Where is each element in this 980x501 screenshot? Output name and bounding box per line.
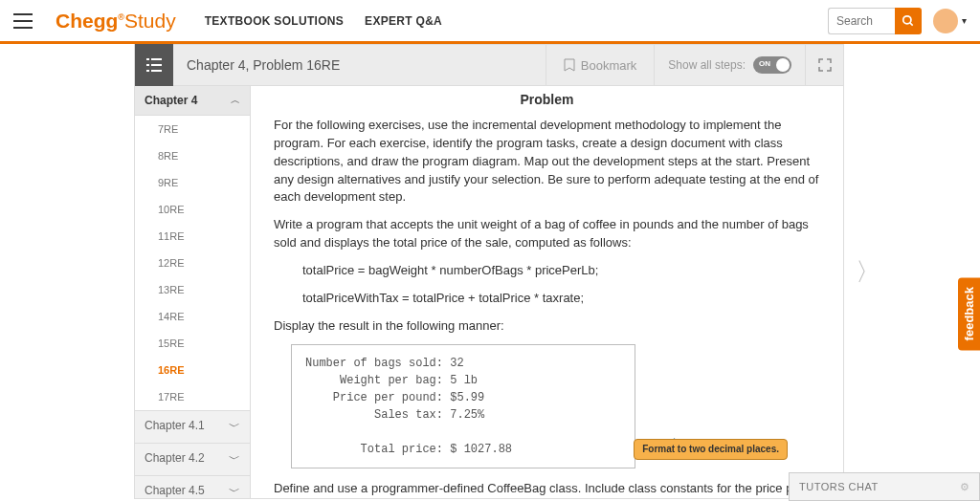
tutors-chat-label: TUTORS CHAT: [799, 481, 879, 492]
bookmark-button[interactable]: Bookmark: [546, 45, 655, 85]
output-line: Sales tax: 7.25%: [305, 406, 621, 424]
problem-item[interactable]: 12RE: [135, 250, 250, 276]
toc-toggle-button[interactable]: [135, 44, 173, 86]
problem-heading: Problem: [251, 86, 843, 117]
steps-label: Show all steps:: [668, 58, 746, 72]
logo-study: Study: [124, 10, 176, 32]
problem-item[interactable]: 10RE: [135, 196, 250, 223]
nav-textbook-solutions[interactable]: TEXTBOOK SOLUTIONS: [205, 14, 344, 28]
subchapter-item[interactable]: Chapter 4.5﹀: [135, 475, 250, 499]
problem-pane: Problem For the following exercises, use…: [251, 86, 844, 499]
problem-item[interactable]: 17RE: [135, 383, 250, 410]
search-button[interactable]: [895, 8, 922, 34]
problem-item[interactable]: 13RE: [135, 276, 250, 303]
formula-2: totalPriceWithTax = totalPrice + totalPr…: [274, 290, 820, 308]
output-line: Price per pound: $5.99: [305, 389, 621, 406]
chapter-header[interactable]: Chapter 4 ︿: [135, 86, 250, 116]
subchapter-item[interactable]: Chapter 4.2﹀: [135, 443, 250, 475]
steps-toggle[interactable]: ON: [753, 56, 791, 74]
problem-item[interactable]: 16RE: [135, 357, 250, 383]
subchapter-label: Chapter 4.5: [145, 484, 205, 499]
fullscreen-button[interactable]: [805, 45, 843, 85]
problem-item[interactable]: 14RE: [135, 303, 250, 330]
show-all-steps: Show all steps: ON: [654, 45, 805, 85]
problem-title-breadcrumb: Chapter 4, Problem 16RE: [173, 57, 546, 73]
menu-icon[interactable]: [13, 13, 33, 29]
subchapter-label: Chapter 4.2: [145, 451, 205, 468]
problem-item[interactable]: 8RE: [135, 142, 250, 169]
sample-output-box: Number of bags sold: 32 Weight per bag: …: [291, 344, 635, 468]
search-wrap: [828, 8, 922, 34]
problem-body: For the following exercises, use the inc…: [251, 117, 843, 499]
svg-rect-2: [146, 58, 149, 60]
formula-1: totalPrice = bagWeight * numberOfBags * …: [274, 262, 820, 280]
tutors-chat-bar[interactable]: TUTORS CHAT ⚙: [789, 472, 980, 501]
expand-icon: [818, 58, 832, 72]
subchapter-label: Chapter 4.1: [145, 419, 205, 435]
output-line: Weight per bag: 5 lb: [305, 372, 621, 389]
user-menu[interactable]: ▾: [933, 9, 967, 33]
svg-rect-4: [146, 64, 149, 66]
main-content: Chapter 4 ︿ 7RE8RE9RE10RE11RE12RE13RE14R…: [134, 86, 844, 499]
chapter-sidebar: Chapter 4 ︿ 7RE8RE9RE10RE11RE12RE13RE14R…: [134, 86, 251, 499]
problem-task-paragraph: Write a program that accepts the unit we…: [274, 216, 820, 252]
problem-item[interactable]: 9RE: [135, 169, 250, 196]
chevron-up-icon: ︿: [231, 94, 240, 107]
svg-rect-6: [146, 70, 149, 72]
feedback-tab[interactable]: feedback: [958, 277, 980, 350]
problem-class-paragraph: Define and use a programmer-defined Coff…: [274, 480, 820, 499]
problem-list: 7RE8RE9RE10RE11RE12RE13RE14RE15RE16RE17R…: [135, 116, 250, 410]
toggle-knob: [776, 58, 790, 72]
chevron-down-icon: ﹀: [229, 484, 240, 499]
output-line: [305, 424, 621, 441]
next-problem-button[interactable]: 〉: [856, 255, 880, 289]
svg-rect-5: [151, 64, 162, 66]
format-callout: Format to two decimal places.: [634, 439, 788, 460]
output-line: Total price: $ 1027.88: [305, 441, 621, 458]
bookmark-label: Bookmark: [581, 58, 637, 73]
search-input[interactable]: [828, 8, 895, 34]
list-icon: [146, 58, 162, 72]
logo[interactable]: Chegg®Study: [56, 10, 176, 33]
svg-point-0: [903, 15, 911, 23]
display-instruction: Display the result in the following mann…: [274, 317, 820, 336]
subchapter-list: Chapter 4.1﹀Chapter 4.2﹀Chapter 4.5﹀Chap…: [135, 410, 250, 499]
logo-reg: ®: [118, 12, 124, 22]
problem-item[interactable]: 15RE: [135, 330, 250, 357]
problem-toolbar: Chapter 4, Problem 16RE Bookmark Show al…: [134, 44, 844, 86]
chevron-down-icon: ﹀: [229, 451, 240, 468]
search-icon: [902, 14, 915, 28]
nav-expert-qa[interactable]: EXPERT Q&A: [365, 14, 442, 28]
output-line: Number of bags sold: 32: [305, 355, 621, 372]
avatar-icon: [933, 9, 958, 33]
chapter-label: Chapter 4: [145, 94, 197, 107]
chevron-down-icon: ﹀: [229, 419, 240, 435]
top-header: Chegg®Study TEXTBOOK SOLUTIONS EXPERT Q&…: [0, 0, 980, 44]
svg-rect-3: [151, 58, 162, 60]
logo-chegg: Chegg: [56, 10, 118, 32]
problem-intro-paragraph: For the following exercises, use the inc…: [274, 117, 820, 207]
gear-icon[interactable]: ⚙: [960, 481, 970, 493]
bookmark-icon: [564, 58, 575, 72]
chevron-down-icon: ▾: [962, 15, 967, 26]
problem-item[interactable]: 11RE: [135, 223, 250, 250]
svg-rect-7: [151, 70, 162, 72]
svg-line-1: [910, 22, 913, 25]
subchapter-item[interactable]: Chapter 4.1﹀: [135, 410, 250, 443]
toggle-on-label: ON: [759, 59, 770, 68]
problem-item[interactable]: 7RE: [135, 116, 250, 142]
